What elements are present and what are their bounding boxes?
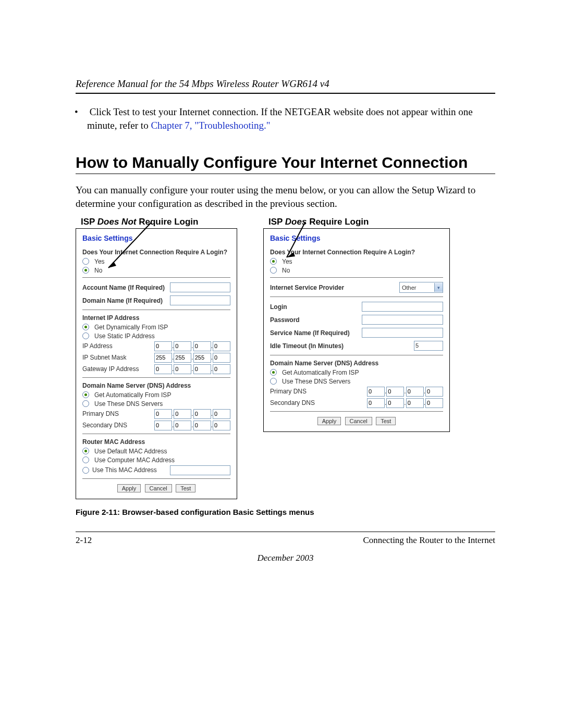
dns-heading-right: Domain Name Server (DNS) Address [270,360,443,367]
primary-dns-right-field[interactable]: 0.0.0.0 [367,387,443,397]
domain-name-input[interactable] [170,295,230,305]
radio-auto-dns-left-label: Get Automatically From ISP [92,391,230,399]
panel-title-right: Basic Settings [270,234,443,242]
subnet-label: IP Subnet Mask [82,354,154,361]
subnet-field[interactable]: 255.255.255.0 [154,353,230,363]
service-label: Service Name (If Required) [270,329,362,337]
radio-use-dns-left[interactable] [82,400,89,407]
right-column-label: ISP Does Require Login [268,217,456,227]
secondary-dns-left-label: Secondary DNS [82,422,154,429]
bullet-text-pre: Click Test to test your Internet connect… [87,106,473,131]
radio-auto-dns-left[interactable] [82,391,89,398]
secondary-dns-left-field[interactable]: 0.0.0.0 [154,421,230,430]
test-button-right[interactable]: Test [376,417,396,425]
password-label: Password [270,316,362,324]
radio-yes[interactable] [82,258,89,265]
apply-button-left[interactable]: Apply [117,484,141,492]
primary-dns-left-field[interactable]: 0.0.0.0 [154,409,230,419]
login-input[interactable] [362,302,443,312]
radio-use-dns-right[interactable] [270,378,277,385]
left-column-label: ISP Does Not Require Login [81,217,242,227]
test-button-left[interactable]: Test [176,484,195,492]
account-name-input[interactable] [170,282,230,292]
footer-rule [76,532,495,532]
radio-no-right[interactable] [270,267,277,274]
radio-mac-this[interactable] [82,467,89,474]
domain-name-label: Domain Name (If Required) [82,297,170,304]
ip-address-label: IP Address [82,342,154,350]
isp-select[interactable]: Other▾ [399,282,443,293]
intro-paragraph: You can manually configure your router u… [76,183,495,210]
primary-dns-right-label: Primary DNS [270,388,367,395]
gateway-field[interactable]: 0.0.0.0 [154,364,230,374]
primary-dns-left-label: Primary DNS [82,410,154,417]
radio-no-right-label: No [280,267,443,274]
cancel-button-right[interactable]: Cancel [345,417,372,425]
dns-heading-left: Domain Name Server (DNS) Address [82,382,230,389]
radio-yes-label: Yes [92,258,230,265]
figure-caption: Figure 2-11: Browser-based configuration… [76,508,495,516]
secondary-dns-right-label: Secondary DNS [270,399,367,406]
radio-mac-computer-label: Use Computer MAC Address [92,456,230,464]
radio-mac-default[interactable] [82,448,89,454]
radio-no[interactable] [82,267,89,274]
chevron-down-icon: ▾ [434,283,443,292]
running-header: Reference Manual for the 54 Mbps Wireles… [76,78,495,90]
radio-mac-this-label: Use This MAC Address [89,466,170,474]
radio-dyn-isp-label: Get Dynamically From ISP [92,324,230,331]
login-question: Does Your Internet Connection Require A … [82,249,230,256]
cancel-button-left[interactable]: Cancel [145,484,172,492]
secondary-dns-right-field[interactable]: 0.0.0.0 [367,398,443,408]
panel-with-login: Basic Settings Does Your Internet Connec… [263,228,450,432]
bullet-dot-icon: • [81,105,87,119]
header-rule [76,93,495,94]
mac-heading: Router MAC Address [82,438,230,446]
radio-dyn-isp[interactable] [82,324,89,330]
gateway-label: Gateway IP Address [82,365,154,373]
radio-static-ip[interactable] [82,332,89,339]
idle-input[interactable]: 5 [414,341,443,351]
login-question-right: Does Your Internet Connection Require A … [270,249,443,256]
radio-auto-dns-right-label: Get Automatically From ISP [280,369,443,376]
radio-mac-default-label: Use Default MAC Address [92,448,230,455]
radio-auto-dns-right[interactable] [270,369,277,376]
password-input[interactable] [362,315,443,325]
radio-yes-right[interactable] [270,258,277,265]
radio-use-dns-right-label: Use These DNS Servers [280,378,443,385]
page-number: 2-12 [76,535,92,546]
radio-static-ip-label: Use Static IP Address [92,332,230,340]
isp-label: Internet Service Provider [270,284,399,291]
chapter-title: Connecting the Router to the Internet [363,535,495,546]
service-input[interactable] [362,328,443,338]
radio-use-dns-left-label: Use These DNS Servers [92,400,230,408]
section-rule [76,174,495,174]
cross-reference-link[interactable]: Chapter 7, "Troubleshooting." [151,120,270,131]
panel-no-login: Basic Settings Does Your Internet Connec… [76,228,237,499]
ip-address-field[interactable]: 0.0.0.0 [154,341,230,351]
section-heading: How to Manually Configure Your Internet … [76,154,495,171]
radio-no-label: No [92,267,230,274]
mac-address-input[interactable] [170,465,230,475]
radio-mac-computer[interactable] [82,456,89,463]
radio-yes-right-label: Yes [280,258,443,265]
account-name-label: Account Name (If Required) [82,284,170,291]
login-label: Login [270,303,362,311]
apply-button-right[interactable]: Apply [317,417,341,425]
footer-date: December 2003 [76,553,495,563]
panel-title: Basic Settings [82,234,230,242]
idle-label: Idle Timeout (In Minutes) [270,342,414,350]
ip-heading: Internet IP Address [82,314,230,322]
bullet-item: • Click Test to test your Internet conne… [76,105,495,132]
